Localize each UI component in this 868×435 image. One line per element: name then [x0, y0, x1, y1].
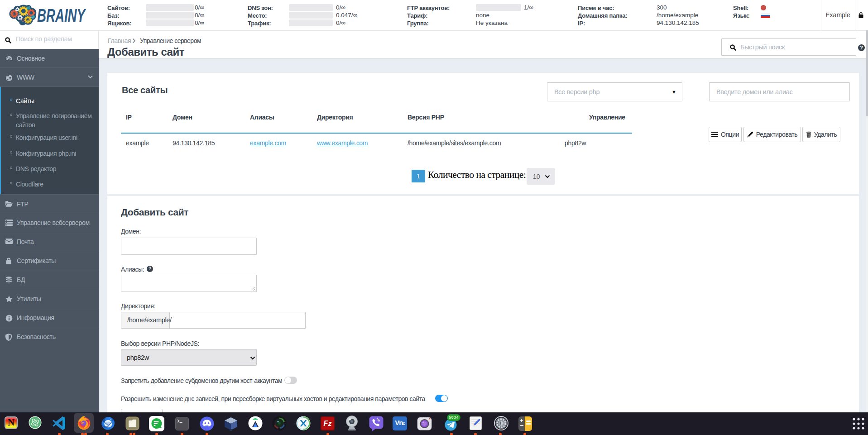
- svg-text:BRAINY: BRAINY: [37, 5, 86, 26]
